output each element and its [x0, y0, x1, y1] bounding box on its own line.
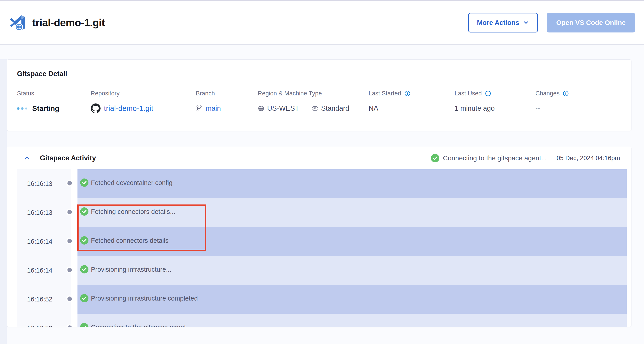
- app-header: trial-demo-1.git More Actions Open VS Co…: [0, 1, 644, 44]
- brand: trial-demo-1.git: [9, 14, 105, 31]
- log-row-body: Connecting to the gitspace agent: [78, 314, 627, 327]
- field-last-used: Last Used 1 minute ago: [454, 90, 536, 114]
- page-title: trial-demo-1.git: [32, 16, 105, 29]
- log-message: Fetched devcontainer config: [91, 179, 172, 186]
- more-actions-label: More Actions: [477, 19, 519, 26]
- log-message: Fetching connectors details...: [91, 208, 175, 216]
- activity-timestamp: 05 Dec, 2024 04:16pm: [557, 154, 620, 162]
- log-timestamp: 16:16:14: [17, 227, 71, 256]
- last-started-value: NA: [368, 103, 454, 114]
- field-status: Status Starting: [17, 90, 91, 114]
- repository-link[interactable]: trial-demo-1.git: [104, 104, 153, 113]
- detail-fields: Status Starting Repository trial-demo-1.…: [17, 90, 621, 114]
- activity-title: Gitspace Activity: [40, 154, 96, 162]
- last-used-value: 1 minute ago: [454, 103, 536, 114]
- region-machine-label: Region & Machine Type: [258, 90, 368, 97]
- gitspace-detail-card: Gitspace Detail Status Starting Reposito…: [7, 59, 632, 131]
- timeline-dot-icon: [66, 209, 73, 216]
- log-timestamp: 16:16:13: [17, 198, 71, 227]
- activity-current-status: Connecting to the gitspace agent... 05 D…: [431, 154, 620, 162]
- info-icon[interactable]: [485, 90, 491, 96]
- branch-link[interactable]: main: [206, 104, 221, 112]
- git-branch-icon: [196, 105, 202, 112]
- more-actions-button[interactable]: More Actions: [468, 13, 538, 32]
- log-message: Provisioning infrastructure...: [91, 266, 171, 273]
- log-row-body: Fetching connectors details...: [78, 198, 627, 227]
- field-last-started: Last Started NA: [368, 90, 454, 114]
- log-timestamp: 16:16:13: [17, 169, 71, 198]
- open-vscode-online-button[interactable]: Open VS Code Online: [547, 13, 635, 32]
- github-icon: [91, 104, 100, 113]
- region-value: US-WEST: [267, 104, 299, 112]
- gitspace-activity-card: Gitspace Activity Connecting to the gits…: [7, 147, 632, 327]
- log-message: Provisioning infrastructure completed: [91, 295, 198, 302]
- last-started-label: Last Started: [368, 90, 401, 97]
- vscode-globe-icon: [9, 14, 26, 31]
- log-row: 16:16:52Provisioning infrastructure comp…: [7, 285, 631, 314]
- success-check-icon: [80, 208, 88, 216]
- log-timestamp: 16:16:14: [17, 256, 71, 285]
- log-row-body: Provisioning infrastructure completed: [78, 285, 627, 314]
- status-value: Starting: [32, 104, 59, 113]
- timeline-dot-icon: [66, 180, 73, 186]
- page-content: Gitspace Detail Status Starting Reposito…: [0, 59, 644, 344]
- info-icon[interactable]: [563, 90, 569, 96]
- log-row: 16:16:13Fetched devcontainer config: [7, 169, 631, 198]
- field-region-machine: Region & Machine Type US-WEST: [258, 90, 368, 114]
- timeline-gutter: [71, 314, 78, 327]
- repository-label: Repository: [91, 90, 196, 97]
- field-repository: Repository trial-demo-1.git: [91, 90, 196, 114]
- log-row: 16:16:14Provisioning infrastructure...: [7, 256, 631, 285]
- field-changes: Changes --: [536, 90, 621, 114]
- globe-icon: [258, 105, 264, 112]
- field-branch: Branch main: [196, 90, 258, 114]
- timeline-dot-icon: [66, 266, 73, 273]
- log-row: 16:16:53Connecting to the gitspace agent: [7, 314, 631, 327]
- log-timestamp: 16:16:52: [17, 285, 71, 314]
- log-row: 16:16:14Fetched connectors details: [7, 227, 631, 256]
- changes-value: --: [536, 103, 621, 114]
- branch-label: Branch: [196, 90, 258, 97]
- success-check-icon: [431, 154, 439, 162]
- status-label: Status: [17, 90, 91, 97]
- success-check-icon: [80, 178, 88, 187]
- log-message: Fetched connectors details: [91, 237, 168, 244]
- info-icon[interactable]: [404, 90, 410, 96]
- log-row-body: Fetched devcontainer config: [78, 169, 627, 198]
- left-edge-strip: [0, 59, 7, 344]
- changes-label: Changes: [536, 90, 560, 97]
- machine-chip-icon: [312, 105, 318, 112]
- collapse-chevron-up-icon[interactable]: [23, 154, 31, 162]
- log-row-body: Provisioning infrastructure...: [78, 256, 627, 285]
- log-row-body: Fetched connectors details: [78, 227, 627, 256]
- open-vscode-online-label: Open VS Code Online: [556, 19, 626, 26]
- success-check-icon: [80, 265, 88, 274]
- machine-type-value: Standard: [321, 104, 349, 112]
- log-row: 16:16:13Fetching connectors details...: [7, 198, 631, 227]
- timeline-dot-icon: [66, 296, 73, 302]
- header-actions: More Actions Open VS Code Online: [468, 13, 635, 32]
- status-loading-dots-icon: [17, 107, 27, 110]
- success-check-icon: [80, 236, 88, 244]
- chevron-down-icon: [523, 20, 529, 26]
- activity-header: Gitspace Activity Connecting to the gits…: [7, 147, 631, 169]
- last-used-label: Last Used: [454, 90, 482, 97]
- log-message: Connecting to the gitspace agent: [91, 324, 186, 327]
- activity-log-list[interactable]: 16:16:13Fetched devcontainer config16:16…: [7, 169, 631, 327]
- detail-card-title: Gitspace Detail: [17, 70, 621, 78]
- timeline-dot-icon: [66, 238, 73, 244]
- log-timestamp: 16:16:53: [17, 314, 71, 327]
- success-check-icon: [80, 294, 88, 302]
- success-check-icon: [80, 323, 88, 327]
- activity-status-text: Connecting to the gitspace agent...: [443, 154, 547, 162]
